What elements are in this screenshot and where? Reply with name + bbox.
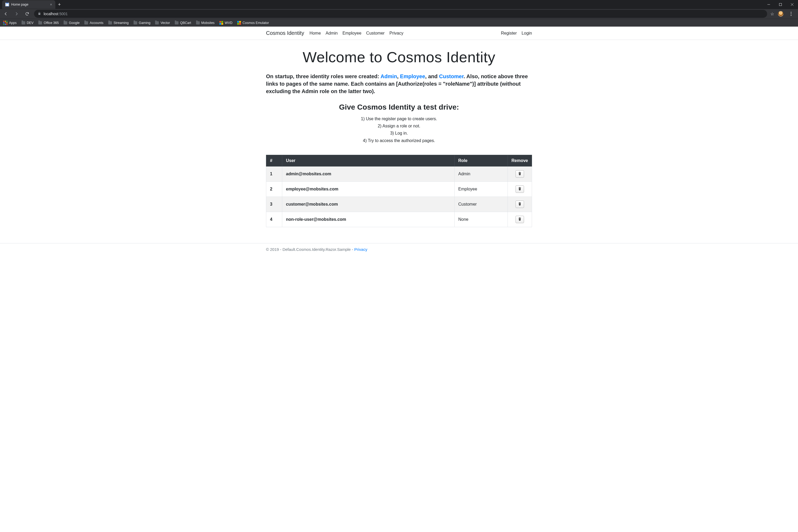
window-maximize-button[interactable] (775, 0, 786, 9)
url-port: :5001 (58, 12, 68, 16)
footer-privacy-link[interactable]: Privacy (354, 247, 367, 252)
bookmark-item[interactable]: Gaming (134, 21, 151, 25)
tab-strip: Home page × + (0, 0, 798, 9)
nav-forward-button[interactable] (13, 10, 20, 18)
row-user: admin@mobsites.com (282, 166, 455, 182)
intro-link-customer[interactable]: Customer (439, 73, 464, 79)
nav-reload-button[interactable] (23, 10, 31, 18)
row-user: employee@mobsites.com (282, 182, 455, 196)
row-role: Admin (454, 166, 508, 182)
intro-text: On startup, three identity roles were cr… (266, 73, 381, 79)
col-header-num: # (266, 155, 282, 166)
kebab-menu-icon[interactable] (787, 10, 795, 18)
tab-title: Home page (11, 3, 48, 6)
step-item: 3) Log in. (266, 130, 532, 137)
bookmark-item[interactable]: Mobsites (196, 21, 215, 25)
row-index: 4 (266, 212, 282, 227)
bookmark-label: Accounts (90, 21, 103, 25)
bookmark-star-icon[interactable]: ☆ (770, 12, 774, 17)
svg-point-2 (791, 13, 791, 14)
bookmark-label: DEV (27, 21, 34, 25)
footer-text: © 2019 - Default.Cosmos.Identity.Razor.S… (266, 247, 354, 252)
ms-logo-icon (220, 21, 223, 25)
apps-shortcut[interactable]: Apps (3, 21, 17, 25)
row-index: 3 (266, 196, 282, 212)
steps-list: 1) Use the register page to create users… (266, 115, 532, 144)
nav-back-button[interactable] (2, 10, 10, 18)
nav-link-customer[interactable]: Customer (366, 31, 385, 36)
bookmark-label: Gaming (139, 21, 151, 25)
browser-toolbar: localhost:5001 ☆ (0, 9, 798, 19)
bookmark-label: QBCart (180, 21, 191, 25)
tab-close-icon[interactable]: × (50, 2, 52, 7)
col-header-remove: Remove (508, 155, 532, 166)
bookmark-item[interactable]: WVD (220, 21, 232, 25)
page-content: Welcome to Cosmos Identity On startup, t… (266, 40, 532, 227)
row-index: 1 (266, 166, 282, 182)
address-bar[interactable]: localhost:5001 (34, 10, 767, 18)
browser-tab[interactable]: Home page × (2, 0, 55, 9)
new-tab-button[interactable]: + (58, 2, 61, 7)
row-user: non-role-user@mobsites.com (282, 212, 455, 227)
trash-icon (518, 217, 521, 222)
row-index: 2 (266, 182, 282, 196)
nav-link-login[interactable]: Login (521, 31, 532, 36)
delete-button[interactable] (515, 170, 524, 178)
row-role: Customer (454, 196, 508, 212)
row-role: None (454, 212, 508, 227)
bookmark-label: Streaming (114, 21, 129, 25)
navbar-brand[interactable]: Cosmos Identity (266, 30, 304, 36)
apps-label: Apps (9, 21, 17, 25)
bookmark-label: Mobsites (201, 21, 215, 25)
bookmark-item[interactable]: Accounts (84, 21, 103, 25)
window-close-button[interactable] (786, 0, 798, 9)
nav-link-admin[interactable]: Admin (326, 31, 338, 36)
bookmark-item[interactable]: Streaming (108, 21, 129, 25)
step-item: 2) Assign a role or not. (266, 122, 532, 130)
bookmark-label: WVD (225, 21, 232, 25)
col-header-role: Role (454, 155, 508, 166)
nav-link-employee[interactable]: Employee (342, 31, 361, 36)
bookmark-item[interactable]: Vector (155, 21, 170, 25)
page-title: Welcome to Cosmos Identity (266, 45, 532, 73)
folder-icon (175, 21, 178, 24)
site-footer: © 2019 - Default.Cosmos.Identity.Razor.S… (0, 243, 798, 255)
window-minimize-button[interactable] (763, 0, 775, 9)
site-navbar: Cosmos Identity HomeAdminEmployeeCustome… (0, 26, 798, 40)
bookmark-item[interactable]: Google (63, 21, 79, 25)
folder-icon (196, 21, 200, 24)
profile-avatar[interactable] (778, 11, 784, 17)
folder-icon (22, 21, 25, 24)
intro-link-employee[interactable]: Employee (400, 73, 425, 79)
nav-link-home[interactable]: Home (309, 31, 321, 36)
window-controls (763, 0, 798, 9)
intro-link-admin[interactable]: Admin (381, 73, 397, 79)
bookmarks-bar: Apps DEVOffice 365GoogleAccountsStreamin… (0, 19, 798, 26)
bookmark-item[interactable]: Cosmos Emulator (237, 21, 269, 25)
folder-icon (108, 21, 112, 24)
col-header-user: User (282, 155, 455, 166)
url-host: localhost (44, 12, 58, 16)
table-row: 3customer@mobsites.comCustomer (266, 196, 532, 212)
bookmark-item[interactable]: Office 365 (38, 21, 59, 25)
table-row: 4non-role-user@mobsites.comNone (266, 212, 532, 227)
bookmark-item[interactable]: DEV (22, 21, 34, 25)
delete-button[interactable] (515, 201, 524, 208)
bookmark-item[interactable]: QBCart (175, 21, 191, 25)
svg-point-3 (791, 15, 791, 16)
row-role: Employee (454, 182, 508, 196)
browser-chrome: Home page × + (0, 0, 798, 26)
row-user: customer@mobsites.com (282, 196, 455, 212)
bookmark-label: Cosmos Emulator (243, 21, 269, 25)
delete-button[interactable] (515, 185, 524, 193)
cosmos-logo-icon (237, 21, 241, 25)
lock-icon (38, 12, 41, 16)
nav-link-privacy[interactable]: Privacy (390, 31, 403, 36)
nav-link-register[interactable]: Register (501, 31, 517, 36)
table-row: 1admin@mobsites.comAdmin (266, 166, 532, 182)
bookmark-label: Vector (160, 21, 170, 25)
folder-icon (155, 21, 159, 24)
trash-icon (518, 172, 521, 176)
delete-button[interactable] (515, 216, 524, 223)
svg-rect-0 (779, 3, 782, 6)
